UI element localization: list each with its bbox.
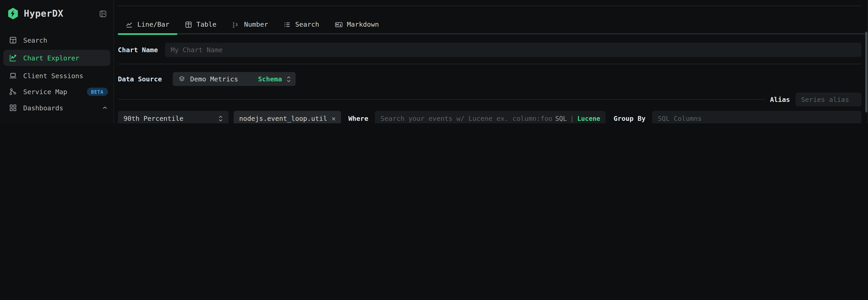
metric-chip[interactable]: nodejs.event_loop.util ✕ <box>234 111 341 123</box>
table-icon <box>185 21 192 28</box>
alias-divider <box>118 99 765 100</box>
tab-markdown[interactable]: Markdown <box>327 16 386 33</box>
series-row: 90th Percentile nodejs.event_loop.util ✕… <box>118 111 861 123</box>
group-by-input[interactable] <box>652 111 861 123</box>
chart-explorer-page: HyperDX Search Chart Explorer Client Ses… <box>0 0 868 123</box>
top-divider <box>118 5 861 6</box>
chart-line-icon <box>9 54 17 62</box>
select-chevrons-icon <box>218 115 223 122</box>
pipe-separator: | <box>570 115 574 122</box>
tab-label: Table <box>196 21 217 28</box>
dashboards-icon <box>9 104 17 112</box>
svg-text:3: 3 <box>236 22 238 27</box>
tab-line-bar[interactable]: Line/Bar <box>118 16 177 33</box>
collapse-sidebar-button[interactable] <box>99 10 107 18</box>
tab-search[interactable]: Search <box>276 16 327 33</box>
hyperdx-logo-icon <box>7 7 19 20</box>
metric-name: nodejs.event_loop.util <box>239 115 327 122</box>
tab-label: Number <box>244 21 268 28</box>
brand-name: HyperDX <box>24 8 64 19</box>
tab-label: Search <box>295 21 319 28</box>
beta-badge: BETA <box>87 87 108 96</box>
data-source-value: Demo Metrics <box>190 75 238 83</box>
service-map-icon <box>9 87 17 96</box>
chart-name-label: Chart Name <box>118 46 158 54</box>
chart-type-tabs: Line/Bar Table 123 Number Search Markdow… <box>118 16 868 34</box>
data-source-label: Data Source <box>118 75 162 83</box>
sql-option[interactable]: SQL <box>555 115 567 122</box>
brand-row: HyperDX <box>0 0 114 20</box>
layout-grid-icon <box>9 36 17 44</box>
svg-text:2: 2 <box>232 24 235 28</box>
sidebar-nav: Search Chart Explorer Client Sessions Se… <box>0 32 114 116</box>
aggregation-select[interactable]: 90th Percentile <box>118 111 228 123</box>
sidebar-item-label: Dashboards <box>23 104 63 112</box>
where-label: Where <box>348 115 368 122</box>
list-icon <box>283 21 291 28</box>
line-chart-icon <box>126 21 133 28</box>
sidebar: HyperDX Search Chart Explorer Client Ses… <box>0 0 114 123</box>
select-chevrons-icon <box>286 75 291 83</box>
sidebar-item-label: Service Map <box>23 88 67 96</box>
tab-table[interactable]: Table <box>177 16 224 33</box>
sidebar-item-service-map[interactable]: Service Map BETA <box>0 84 114 100</box>
group-by-label: Group By <box>614 115 646 122</box>
sidebar-item-search[interactable]: Search <box>0 32 114 48</box>
alias-input[interactable] <box>796 92 861 106</box>
lucene-option[interactable]: Lucene <box>577 115 600 122</box>
close-icon[interactable]: ✕ <box>332 115 336 122</box>
tab-number[interactable]: 123 Number <box>224 16 276 33</box>
section-divider <box>118 64 861 64</box>
tab-label: Markdown <box>347 21 379 28</box>
query-language-toggle[interactable]: SQL | Lucene <box>555 115 606 122</box>
sidebar-item-client-sessions[interactable]: Client Sessions <box>0 68 114 84</box>
main-content: Line/Bar Table 123 Number Search Markdow… <box>114 0 868 123</box>
markdown-icon <box>335 21 342 28</box>
create-dashboard-button[interactable]: + Create Dashboard <box>0 116 114 123</box>
chart-name-input[interactable] <box>165 43 861 57</box>
chart-name-row: Chart Name <box>118 43 861 57</box>
where-input[interactable] <box>375 115 555 122</box>
data-source-row: Data Source Demo Metrics Schema <box>118 72 861 86</box>
sidebar-item-dashboards[interactable]: Dashboards <box>0 100 114 116</box>
sidebar-item-chart-explorer[interactable]: Chart Explorer <box>3 50 110 66</box>
schema-link[interactable]: Schema <box>258 75 282 83</box>
data-source-select[interactable]: Demo Metrics Schema <box>173 72 296 86</box>
alias-row: Alias <box>118 92 861 106</box>
chevron-up-icon <box>102 105 108 111</box>
number-123-icon: 123 <box>232 21 240 28</box>
alias-label: Alias <box>770 96 790 103</box>
sidebar-item-label: Chart Explorer <box>23 54 79 62</box>
laptop-icon <box>9 72 17 80</box>
scrollbar-thumb[interactable] <box>865 32 867 113</box>
sidebar-item-label: Search <box>23 36 47 44</box>
tab-label: Line/Bar <box>137 21 169 28</box>
aggregation-value: 90th Percentile <box>123 115 183 122</box>
layers-icon <box>179 76 186 83</box>
sidebar-item-label: Client Sessions <box>23 72 83 80</box>
where-search-box: SQL | Lucene <box>375 111 606 123</box>
